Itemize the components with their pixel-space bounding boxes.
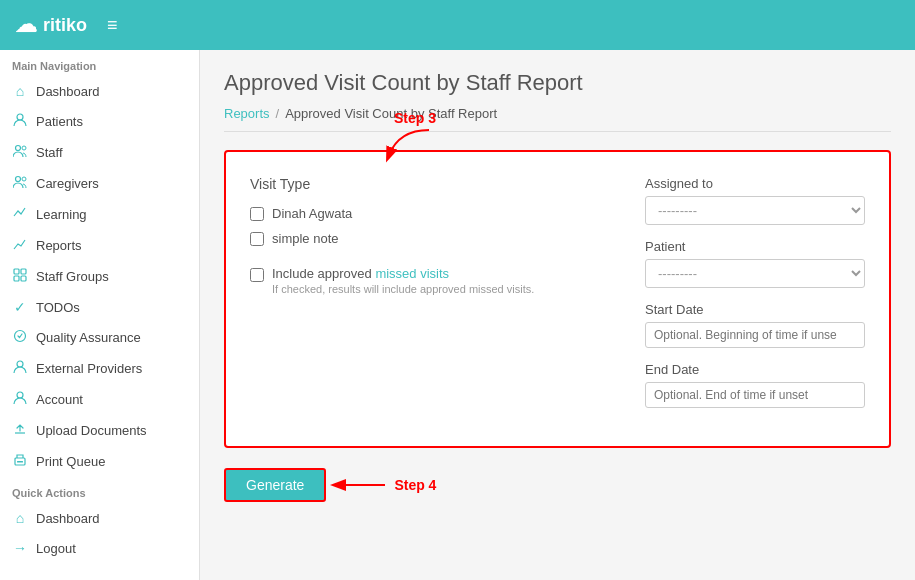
home-icon: ⌂ — [12, 83, 28, 99]
checkbox-simple-note-label: simple note — [272, 231, 338, 246]
sidebar-item-reports[interactable]: Reports — [0, 230, 199, 261]
sidebar-item-label: Staff Groups — [36, 269, 109, 284]
learning-icon — [12, 206, 28, 223]
page-title: Approved Visit Count by Staff Report — [224, 70, 891, 96]
patient-label: Patient — [645, 239, 865, 254]
sidebar-item-learning[interactable]: Learning — [0, 199, 199, 230]
caregivers-icon — [12, 175, 28, 192]
visit-type-label: Visit Type — [250, 176, 605, 192]
breadcrumb: Reports / Approved Visit Count by Staff … — [224, 106, 891, 132]
svg-point-11 — [17, 392, 23, 398]
sidebar-item-print-queue[interactable]: Print Queue — [0, 446, 199, 477]
form-right: Assigned to --------- Patient --------- … — [645, 176, 865, 422]
sidebar-item-label: Quality Assurance — [36, 330, 141, 345]
sidebar-item-label: Dashboard — [36, 84, 100, 99]
home-icon-2: ⌂ — [12, 510, 28, 526]
actions-area: Generate Step 4 — [224, 468, 891, 502]
svg-rect-6 — [21, 269, 26, 274]
sidebar-item-account[interactable]: Account — [0, 384, 199, 415]
main-nav-label: Main Navigation — [0, 50, 199, 76]
external-providers-icon — [12, 360, 28, 377]
logout-icon: → — [12, 540, 28, 556]
missed-visits-content: Include approved missed visits If checke… — [272, 266, 534, 295]
sidebar: Main Navigation ⌂ Dashboard Patients Sta… — [0, 50, 200, 580]
checkbox-dinah[interactable]: Dinah Agwata — [250, 206, 605, 221]
start-date-label: Start Date — [645, 302, 865, 317]
step3-arrow — [379, 120, 439, 170]
sidebar-item-staff-groups[interactable]: Staff Groups — [0, 261, 199, 292]
staff-groups-icon — [12, 268, 28, 285]
sidebar-item-label: TODOs — [36, 300, 80, 315]
missed-visits-row: Include approved missed visits If checke… — [250, 266, 605, 295]
svg-point-10 — [17, 361, 23, 367]
generate-button[interactable]: Generate — [224, 468, 326, 502]
assigned-to-label: Assigned to — [645, 176, 865, 191]
qa-icon — [12, 329, 28, 346]
account-icon — [12, 391, 28, 408]
svg-point-4 — [22, 177, 26, 181]
quick-actions-label: Quick Actions — [0, 477, 199, 503]
start-date-field: Start Date — [645, 302, 865, 348]
sidebar-item-upload-documents[interactable]: Upload Documents — [0, 415, 199, 446]
sidebar-item-caregivers[interactable]: Caregivers — [0, 168, 199, 199]
patient-field: Patient --------- — [645, 239, 865, 288]
reports-icon — [12, 237, 28, 254]
svg-point-3 — [16, 177, 21, 182]
sidebar-item-qa-dashboard[interactable]: ⌂ Dashboard — [0, 503, 199, 533]
svg-rect-13 — [17, 461, 23, 463]
sidebar-item-logout[interactable]: → Logout — [0, 533, 199, 563]
checkbox-dinah-input[interactable] — [250, 207, 264, 221]
step4-arrow — [330, 470, 390, 500]
svg-point-1 — [16, 146, 21, 151]
sidebar-item-label: Staff — [36, 145, 63, 160]
include-missed-checkbox[interactable] — [250, 268, 264, 282]
missed-visits-label: Include approved missed visits — [272, 266, 534, 281]
sidebar-item-external-providers[interactable]: External Providers — [0, 353, 199, 384]
breadcrumb-reports-link[interactable]: Reports — [224, 106, 270, 121]
sidebar-item-dashboard[interactable]: ⌂ Dashboard — [0, 76, 199, 106]
sidebar-item-label: Patients — [36, 114, 83, 129]
main-content: Approved Visit Count by Staff Report Rep… — [200, 50, 915, 580]
sidebar-item-label: Caregivers — [36, 176, 99, 191]
form-card: Visit Type Dinah Agwata simple note — [224, 150, 891, 448]
svg-rect-8 — [21, 276, 26, 281]
end-date-label: End Date — [645, 362, 865, 377]
svg-point-0 — [17, 114, 23, 120]
logo: ☁ ritiko — [15, 12, 87, 38]
sidebar-item-label: Upload Documents — [36, 423, 147, 438]
layout: Main Navigation ⌂ Dashboard Patients Sta… — [0, 50, 915, 580]
checkbox-simple-note[interactable]: simple note — [250, 231, 605, 246]
todos-icon: ✓ — [12, 299, 28, 315]
assigned-to-field: Assigned to --------- — [645, 176, 865, 225]
sidebar-item-todos[interactable]: ✓ TODOs — [0, 292, 199, 322]
logo-icon: ☁ — [15, 12, 37, 38]
start-date-input[interactable] — [645, 322, 865, 348]
sidebar-item-staff[interactable]: Staff — [0, 137, 199, 168]
staff-icon — [12, 144, 28, 161]
step4-label: Step 4 — [394, 477, 436, 493]
sidebar-item-label: Learning — [36, 207, 87, 222]
sidebar-item-label: Dashboard — [36, 511, 100, 526]
missed-visits-highlight: missed visits — [375, 266, 449, 281]
svg-point-2 — [22, 146, 26, 150]
header: ☁ ritiko ≡ — [0, 0, 915, 50]
checkbox-dinah-label: Dinah Agwata — [272, 206, 352, 221]
sidebar-item-quality-assurance[interactable]: Quality Assurance — [0, 322, 199, 353]
patient-select[interactable]: --------- — [645, 259, 865, 288]
menu-button[interactable]: ≡ — [107, 15, 118, 36]
sidebar-item-label: External Providers — [36, 361, 142, 376]
svg-rect-5 — [14, 269, 19, 274]
end-date-input[interactable] — [645, 382, 865, 408]
end-date-field: End Date — [645, 362, 865, 408]
sidebar-item-label: Logout — [36, 541, 76, 556]
missed-visits-hint: If checked, results will include approve… — [272, 283, 534, 295]
sidebar-item-label: Print Queue — [36, 454, 105, 469]
breadcrumb-current: Approved Visit Count by Staff Report — [285, 106, 497, 121]
sidebar-item-label: Account — [36, 392, 83, 407]
assigned-to-select[interactable]: --------- — [645, 196, 865, 225]
sidebar-item-label: Reports — [36, 238, 82, 253]
form-left: Visit Type Dinah Agwata simple note — [250, 176, 605, 422]
logo-text: ritiko — [43, 15, 87, 36]
checkbox-simple-note-input[interactable] — [250, 232, 264, 246]
sidebar-item-patients[interactable]: Patients — [0, 106, 199, 137]
